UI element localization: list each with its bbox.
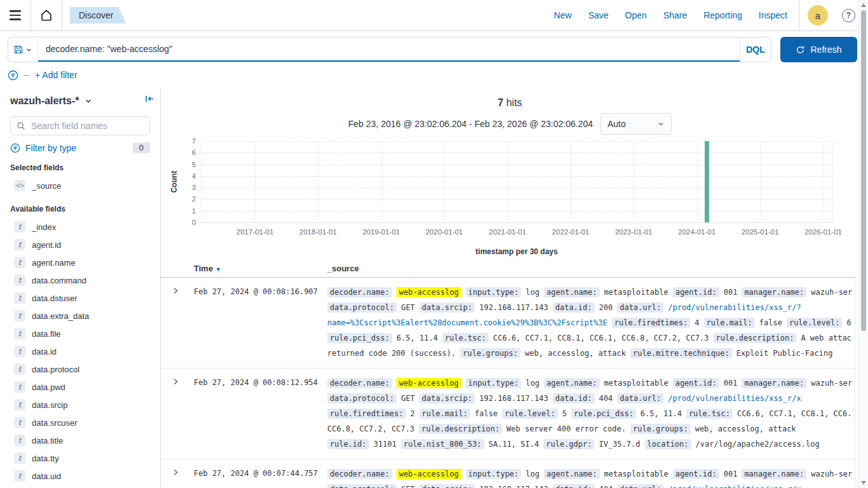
interval-select[interactable]: Auto (600, 113, 672, 135)
link-value[interactable]: /prod/vulnerabilities/xss_r/? (668, 303, 801, 312)
field-key: manager.name: (742, 287, 806, 297)
source-line: data.protocol:GETdata.srcip:192.168.117.… (327, 300, 852, 315)
field-item-data.command[interactable]: tdata.command (10, 271, 150, 289)
query-language-button[interactable]: DQL (740, 37, 771, 62)
field-value: A web attack (801, 334, 852, 342)
add-filter-link[interactable]: + Add filter (35, 70, 78, 80)
expand-row-button[interactable] (172, 377, 180, 386)
field-item-_index[interactable]: t_index (10, 218, 150, 236)
query-bar: DQL Refresh (8, 37, 857, 62)
home-icon (39, 8, 53, 22)
field-item-data.extra_data[interactable]: tdata.extra_data (10, 307, 150, 325)
field-item-data.srcip[interactable]: tdata.srcip (10, 396, 150, 414)
text-type-icon: t (14, 363, 25, 375)
field-key: data.srcip: (419, 302, 475, 313)
saved-query-button[interactable] (8, 37, 38, 62)
nav-link-new[interactable]: New (554, 10, 572, 20)
x-tick-label: 2021-01-01 (489, 228, 526, 236)
link-value[interactable]: name=%3Cscript%3Ealert%28document.cookie… (327, 318, 607, 327)
field-value: 6.5, 11.4 (397, 334, 438, 342)
field-label: data.tty (32, 454, 59, 463)
field-item-data.pwd[interactable]: tdata.pwd (10, 378, 150, 396)
help-icon[interactable]: ? (842, 9, 855, 22)
text-type-icon: t (14, 239, 25, 250)
h-gridline (201, 141, 832, 142)
index-pattern-selector[interactable]: wazuh-alerts-* (10, 94, 150, 108)
field-key: rule.groups: (460, 348, 520, 358)
field-label: data.title (32, 436, 63, 445)
nav-link-reporting[interactable]: Reporting (703, 10, 742, 20)
v-gridline (634, 141, 634, 222)
field-value: returned code 200 (success). (327, 349, 456, 358)
scrollbar-up-arrow[interactable] (861, 3, 866, 7)
field-key: agent.id: (673, 287, 719, 297)
field-value: CC6.6, CC7.1, CC8.1, CC6.1, (737, 409, 852, 418)
nav-link-inspect[interactable]: Inspect (759, 10, 787, 20)
text-type-icon: t (14, 328, 25, 339)
field-key: location: (645, 439, 691, 449)
expand-row-button[interactable] (172, 468, 180, 477)
field-label: agent.id (32, 240, 61, 250)
field-key: decoder.name: (327, 287, 392, 297)
field-key: rule.firedtimes: (327, 409, 406, 419)
field-item-_source[interactable]: </>_source (10, 177, 150, 194)
field-value: GET (401, 485, 415, 488)
nav-link-save[interactable]: Save (588, 10, 609, 20)
field-key: agent.id: (673, 469, 719, 479)
collapse-sidebar-button[interactable] (144, 93, 155, 104)
scrollbar-thumb[interactable] (861, 10, 866, 331)
field-item-data.tty[interactable]: tdata.tty (10, 449, 150, 467)
text-type-icon: t (14, 381, 25, 393)
field-item-data.uid[interactable]: tdata.uid (10, 467, 150, 485)
column-header-time[interactable]: Time▼ (194, 264, 221, 273)
field-value: 404 (599, 394, 613, 403)
nav-link-open[interactable]: Open (625, 10, 647, 20)
query-input[interactable] (38, 37, 740, 62)
query-input-group: DQL (38, 37, 771, 62)
field-label: data.srcuser (32, 418, 78, 428)
field-search-input[interactable] (30, 120, 144, 132)
field-key: data.srcip: (419, 484, 475, 488)
link-value[interactable]: /prod/vulnerabilities/xss_r/x (668, 485, 801, 488)
field-item-agent.name[interactable]: tagent.name (10, 254, 150, 271)
field-key: data.url: (617, 393, 663, 403)
v-gridline (381, 141, 382, 222)
filter-by-type-label: Filter by type (25, 143, 76, 153)
link-value[interactable]: /prod/vulnerabilities/xss_r/x (668, 394, 801, 403)
field-item-data.protocol[interactable]: tdata.protocol (10, 360, 150, 378)
refresh-button[interactable]: Refresh (780, 37, 857, 62)
field-value: metasploitable (604, 379, 668, 388)
field-key: rule.level: (502, 409, 557, 419)
field-label: data.uid (32, 471, 61, 481)
field-value: 31101 (374, 440, 397, 449)
chevron-down-icon (657, 120, 665, 128)
field-value: metasploitable (604, 288, 668, 297)
source-line: rule.pci_dss:6.5, 11.4rule.tsc:CC6.6, CC… (327, 330, 852, 346)
field-item-data.file[interactable]: tdata.file (10, 325, 150, 342)
scrollbar-down-arrow[interactable] (861, 481, 866, 485)
expand-row-button[interactable] (172, 287, 180, 295)
field-label: data.dstuser (32, 294, 78, 303)
top-header: Discover NewSaveOpenShareReportingInspec… (0, 0, 868, 31)
field-item-data.srcuser[interactable]: tdata.srcuser (10, 414, 150, 431)
field-item-data.dstuser[interactable]: tdata.dstuser (10, 289, 150, 307)
hits-label: hits (506, 97, 522, 108)
nav-link-share[interactable]: Share (663, 10, 687, 20)
field-item-data.url[interactable]: tdata.url (10, 485, 150, 488)
home-button[interactable] (31, 0, 62, 30)
field-item-agent.id[interactable]: tagent.id (10, 236, 150, 254)
menu-button[interactable] (0, 0, 31, 30)
chevron-right-icon (172, 468, 180, 477)
h-gridline (201, 199, 832, 200)
avatar[interactable]: a (808, 5, 828, 25)
filter-icon (10, 143, 20, 153)
field-item-data.id[interactable]: tdata.id (10, 342, 150, 360)
h-gridline (201, 165, 832, 165)
field-label: data.command (32, 276, 86, 285)
histogram-bar[interactable] (705, 141, 709, 222)
filter-by-type[interactable]: Filter by type 0 (10, 142, 150, 153)
breadcrumb-discover[interactable]: Discover (70, 7, 126, 24)
field-value: /var/log/apache2/access.log (696, 440, 820, 449)
field-item-data.title[interactable]: tdata.title (10, 431, 150, 449)
filter-icon[interactable] (8, 70, 18, 81)
